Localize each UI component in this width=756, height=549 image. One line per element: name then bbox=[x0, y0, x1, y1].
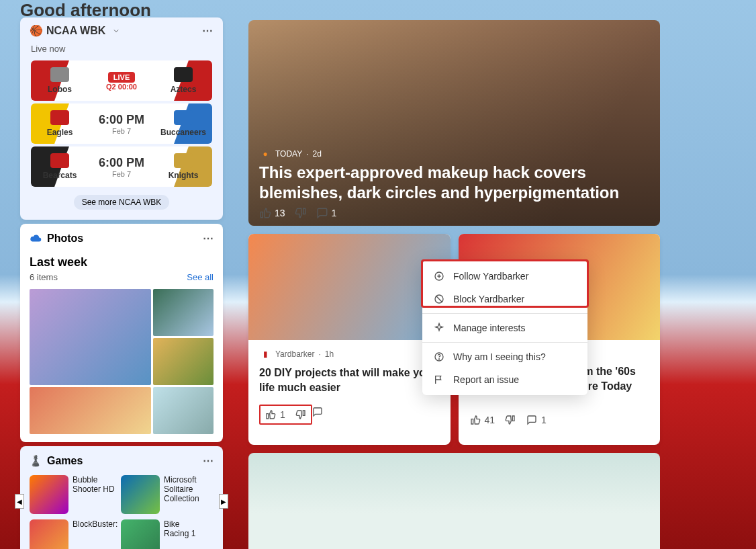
svg-point-3 bbox=[438, 359, 439, 360]
photo-thumb[interactable] bbox=[153, 387, 214, 434]
live-now-label: Live now bbox=[20, 44, 223, 58]
games-label: Games bbox=[47, 455, 83, 467]
like-count: 13 bbox=[275, 208, 285, 218]
photos-heading: Last week bbox=[30, 255, 214, 269]
comment-icon bbox=[526, 414, 538, 426]
source-icon: ▮ bbox=[259, 348, 271, 360]
see-more-button[interactable]: See more NCAA WBK bbox=[74, 195, 170, 210]
comment-count: 1 bbox=[332, 208, 337, 218]
menu-label: Follow Yardbarker bbox=[453, 271, 528, 282]
comment-button[interactable] bbox=[312, 406, 451, 418]
like-button[interactable]: 1 bbox=[265, 409, 285, 421]
hero-title: This expert-approved makeup hack covers … bbox=[259, 163, 649, 203]
game-name: Bubble Shooter HD bbox=[73, 475, 115, 494]
dislike-button[interactable] bbox=[295, 409, 307, 421]
comment-icon bbox=[312, 406, 324, 418]
source-icon: ● bbox=[259, 148, 271, 160]
game-thumb bbox=[121, 475, 160, 514]
thumbs-down-icon bbox=[295, 409, 307, 421]
like-count: 1 bbox=[280, 409, 285, 420]
photo-thumb[interactable] bbox=[153, 289, 214, 336]
hero-card[interactable]: ● TODAY · 2d This expert-approved makeup… bbox=[248, 20, 660, 226]
photo-thumb[interactable] bbox=[30, 387, 151, 434]
article-age: 1h bbox=[325, 349, 334, 359]
game-row[interactable]: Bearcats 6:00 PM Feb 7 Knights bbox=[31, 146, 212, 187]
see-all-link[interactable]: See all bbox=[187, 272, 214, 282]
menu-report[interactable]: Report an issue bbox=[422, 368, 587, 391]
photo-thumb[interactable] bbox=[30, 289, 151, 385]
chevron-down-icon[interactable] bbox=[110, 25, 122, 37]
thumbs-down-icon bbox=[295, 207, 307, 219]
block-icon bbox=[433, 293, 445, 305]
thumbs-up-icon bbox=[259, 207, 271, 219]
dot: · bbox=[306, 149, 308, 159]
game-tile[interactable]: BlockBuster: bbox=[30, 519, 115, 549]
next-button[interactable]: ▶ bbox=[219, 494, 228, 509]
game-name: BlockBuster: bbox=[73, 519, 117, 529]
game-time: 6:00 PM bbox=[85, 156, 158, 170]
photo-thumb[interactable] bbox=[153, 338, 214, 385]
dislike-button[interactable] bbox=[504, 414, 516, 426]
like-count: 41 bbox=[485, 415, 495, 425]
comment-button[interactable]: 1 bbox=[316, 207, 337, 219]
article-card[interactable]: ▮ Yardbarker · 1h 20 DIY projects that w… bbox=[248, 234, 451, 445]
question-icon bbox=[433, 351, 445, 363]
prev-button[interactable]: ◀ bbox=[15, 494, 24, 509]
comment-icon bbox=[316, 207, 328, 219]
more-icon[interactable]: ⋯ bbox=[202, 24, 213, 37]
article-source: Yardbarker bbox=[275, 349, 314, 359]
game-sub: Feb 7 bbox=[85, 127, 158, 135]
thumbs-down-icon bbox=[504, 414, 516, 426]
photos-label: Photos bbox=[47, 233, 83, 245]
game-thumb bbox=[30, 475, 68, 514]
game-tile[interactable]: Bubble Shooter HD bbox=[30, 475, 115, 514]
game-name: Bike Racing 1 bbox=[164, 519, 207, 538]
game-tile[interactable]: Microsoft Solitaire Collection bbox=[121, 475, 207, 514]
more-icon[interactable]: ⋯ bbox=[203, 454, 214, 467]
games-icon: ♟️ bbox=[30, 455, 42, 467]
game-tile[interactable]: Bike Racing 1 bbox=[121, 519, 207, 549]
team-name-left: Eagles bbox=[47, 128, 73, 137]
game-row[interactable]: Eagles 6:00 PM Feb 7 Buccaneers bbox=[31, 103, 212, 144]
games-card: ♟️ Games ⋯ ◀ Bubble Shooter HD Microsoft… bbox=[20, 446, 223, 549]
plus-circle-icon bbox=[433, 270, 445, 282]
league-label: NCAA WBK bbox=[46, 25, 105, 37]
thumbs-up-icon bbox=[469, 414, 481, 426]
game-row[interactable]: Lobos LIVE Q2 00:00 Aztecs bbox=[31, 60, 212, 101]
more-icon[interactable]: ⋯ bbox=[203, 232, 214, 245]
menu-follow[interactable]: Follow Yardbarker bbox=[422, 265, 587, 288]
team-name-left: Lobos bbox=[48, 85, 72, 94]
team-name-right: Knights bbox=[169, 171, 199, 180]
article-card[interactable] bbox=[248, 453, 660, 549]
article-image bbox=[248, 234, 451, 340]
menu-label: Manage interests bbox=[453, 323, 525, 333]
menu-why-seeing[interactable]: Why am I seeing this? bbox=[422, 345, 587, 368]
cloud-icon bbox=[30, 233, 42, 245]
menu-block[interactable]: Block Yardbarker bbox=[422, 288, 587, 310]
comment-button[interactable]: 1 bbox=[526, 414, 547, 426]
like-button[interactable]: 41 bbox=[469, 414, 495, 426]
team-name-right: Buccaneers bbox=[160, 128, 206, 137]
like-button[interactable]: 13 bbox=[259, 207, 285, 219]
flag-icon bbox=[433, 374, 445, 386]
sports-card: 🏀 NCAA WBK ⋯ Live now Lobos LIVE Q2 00:0… bbox=[20, 17, 223, 220]
context-menu: Follow Yardbarker Block Yardbarker Manag… bbox=[422, 261, 587, 395]
sports-header[interactable]: 🏀 NCAA WBK ⋯ bbox=[20, 17, 223, 44]
game-time: 6:00 PM bbox=[85, 113, 158, 127]
hero-age: 2d bbox=[313, 149, 322, 159]
sparkle-icon bbox=[433, 322, 445, 334]
comment-count: 1 bbox=[541, 415, 547, 425]
league-icon: 🏀 bbox=[30, 25, 42, 37]
menu-manage-interests[interactable]: Manage interests bbox=[422, 316, 587, 339]
game-sub: Q2 00:00 bbox=[85, 83, 158, 91]
dot: · bbox=[318, 349, 320, 359]
menu-label: Report an issue bbox=[453, 374, 519, 385]
menu-label: Why am I seeing this? bbox=[453, 351, 546, 362]
article-title: 20 DIY projects that will make your life… bbox=[259, 366, 440, 395]
game-thumb bbox=[121, 519, 160, 549]
photo-grid bbox=[30, 289, 214, 434]
team-name-left: Bearcats bbox=[43, 171, 77, 180]
live-badge: LIVE bbox=[108, 72, 135, 83]
dislike-button[interactable] bbox=[295, 207, 307, 219]
game-thumb bbox=[30, 519, 68, 549]
